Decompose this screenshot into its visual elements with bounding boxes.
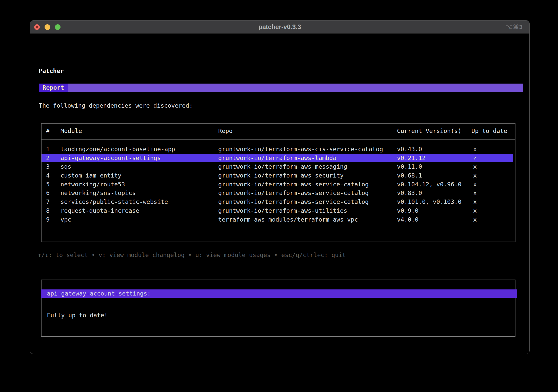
page-title: Patcher — [39, 67, 64, 74]
table-row[interactable]: 1 landingzone/account-baseline-app grunt… — [42, 145, 513, 154]
table-rows: 1 landingzone/account-baseline-app grunt… — [42, 145, 515, 224]
terminal-content: Patcher Report The following dependencie… — [30, 34, 529, 354]
row-repo: terraform-aws-modules/terraform-aws-vpc — [218, 215, 358, 224]
row-index: 2 — [46, 154, 50, 163]
detail-title-bar: api-gateway-account-settings: — [41, 289, 517, 298]
header-separator — [42, 139, 515, 140]
row-repo: gruntwork-io/terraform-aws-security — [218, 171, 344, 180]
row-module: api-gateway-account-settings — [61, 154, 161, 163]
col-header-versions: Current Version(s) — [397, 127, 462, 135]
keybinding-help-text: ↑/↓: to select • v: view module changelo… — [38, 251, 346, 259]
row-repo: gruntwork-io/terraform-aws-utilities — [218, 206, 347, 215]
row-uptodate-mark: x — [473, 215, 477, 224]
table-row[interactable]: 5 networking/route53 gruntwork-io/terraf… — [42, 180, 513, 189]
row-index: 1 — [46, 145, 50, 154]
row-module: custom-iam-entity — [61, 171, 122, 180]
row-uptodate-mark: x — [473, 206, 477, 215]
table-row-selected[interactable]: 2 api-gateway-account-settings gruntwork… — [42, 154, 513, 163]
row-uptodate-mark: x — [473, 162, 477, 171]
row-versions: v0.101.0, v0.103.0 — [397, 198, 462, 206]
row-index: 3 — [46, 162, 50, 171]
row-uptodate-mark: x — [473, 198, 477, 206]
row-index: 9 — [46, 215, 50, 224]
row-repo: gruntwork-io/terraform-aws-service-catal… — [218, 180, 369, 189]
detail-module-title: api-gateway-account-settings: — [47, 290, 151, 297]
col-header-uptodate: Up to date — [471, 127, 507, 135]
row-module: services/public-static-website — [61, 198, 168, 206]
row-repo: gruntwork-io/terraform-aws-lambda — [218, 154, 336, 163]
row-module: landingzone/account-baseline-app — [61, 145, 175, 154]
dependencies-table: # Module Repo Current Version(s) Up to d… — [41, 123, 515, 242]
col-header-repo: Repo — [218, 127, 233, 135]
row-versions: v0.104.12, v0.96.0 — [397, 180, 462, 189]
row-versions: v0.43.0 — [397, 145, 422, 154]
row-uptodate-check-icon: ✓ — [473, 154, 477, 163]
table-row[interactable]: 3 sqs gruntwork-io/terraform-aws-messagi… — [42, 162, 513, 171]
row-module: request-quota-increase — [61, 206, 139, 215]
row-versions: v0.21.12 — [397, 154, 426, 163]
row-uptodate-mark: x — [473, 171, 477, 180]
row-index: 5 — [46, 180, 50, 189]
table-row[interactable]: 7 services/public-static-website gruntwo… — [42, 198, 513, 206]
row-index: 4 — [46, 171, 50, 180]
row-repo: gruntwork-io/terraform-aws-messaging — [218, 162, 347, 171]
window-shortcut-badge: ⌥⌘3 — [506, 24, 523, 31]
row-repo: gruntwork-io/terraform-aws-service-catal… — [218, 189, 369, 198]
window-title: patcher-v0.3.3 — [30, 23, 529, 31]
row-index: 7 — [46, 198, 50, 206]
row-module: networking/sns-topics — [61, 189, 136, 198]
terminal-window: patcher-v0.3.3 ⌥⌘3 Patcher Report The fo… — [30, 20, 530, 354]
row-repo: gruntwork-io/terraform-aws-cis-service-c… — [218, 145, 383, 154]
row-versions: v0.68.1 — [397, 171, 422, 180]
intro-text: The following dependencies were discover… — [39, 102, 193, 109]
report-tab-bar: Report — [39, 84, 523, 92]
row-module: vpc — [61, 215, 71, 224]
row-versions: v4.0.0 — [397, 215, 418, 224]
row-uptodate-mark: x — [473, 189, 477, 198]
table-row[interactable]: 8 request-quota-increase gruntwork-io/te… — [42, 206, 513, 215]
row-repo: gruntwork-io/terraform-aws-service-catal… — [218, 198, 369, 206]
col-header-module: Module — [61, 127, 82, 135]
tab-report[interactable]: Report — [39, 84, 68, 92]
row-module: networking/route53 — [61, 180, 125, 189]
row-index: 8 — [46, 206, 50, 215]
row-module: sqs — [61, 162, 71, 171]
row-versions: v0.9.0 — [397, 206, 418, 215]
table-row[interactable]: 9 vpc terraform-aws-modules/terraform-aw… — [42, 215, 513, 224]
table-row[interactable]: 4 custom-iam-entity gruntwork-io/terrafo… — [42, 171, 513, 180]
col-header-index: # — [46, 127, 50, 135]
row-versions: v0.11.0 — [397, 162, 422, 171]
detail-status-text: Fully up to date! — [47, 312, 108, 319]
table-row[interactable]: 6 networking/sns-topics gruntwork-io/ter… — [42, 189, 513, 198]
row-versions: v0.83.0 — [397, 189, 422, 198]
row-index: 6 — [46, 189, 50, 198]
module-detail-panel: api-gateway-account-settings: Fully up t… — [41, 280, 515, 337]
row-uptodate-mark: x — [473, 145, 477, 154]
window-titlebar[interactable]: patcher-v0.3.3 ⌥⌘3 — [30, 21, 529, 34]
row-uptodate-mark: x — [473, 180, 477, 189]
